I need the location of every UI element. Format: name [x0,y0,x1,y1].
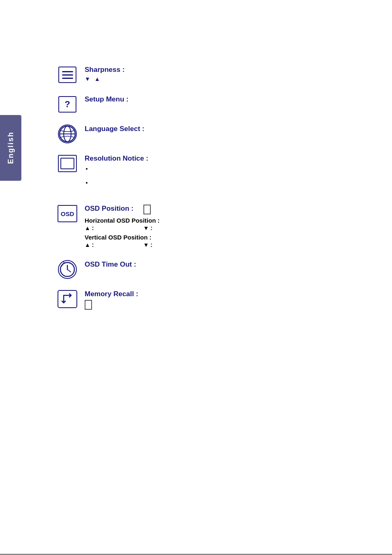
memory-recall-content: Memory Recall : [85,290,345,310]
sharpness-up-arrow[interactable]: ▲ [95,76,100,82]
horizontal-osd-controls: ▲ : ▼ : [85,225,345,231]
sharpness-item: Sharpness : ▼ ▲ [58,66,345,84]
resolution-notice-item: Resolution Notice : [58,154,345,193]
memory-recall-title: Memory Recall : [85,290,345,298]
resolution-bullet-1 [92,165,345,172]
line1 [62,71,73,72]
memory-recall-rect [85,300,92,310]
vertical-down-label: ▼ : [143,242,152,248]
sidebar: English [0,115,21,181]
vertical-up-label: ▲ : [85,242,94,248]
language-select-item: Language Select : [58,125,345,143]
horizontal-down-label: ▼ : [143,225,152,231]
sharpness-controls: ▼ ▲ [85,76,345,82]
horizontal-up-label: ▲ : [85,225,94,231]
question-icon: ? [58,96,76,113]
monitor-screen [60,158,74,169]
memory-recall-icon [58,290,77,308]
osd-timeout-icon [58,260,77,279]
language-select-icon [58,125,77,143]
language-select-title: Language Select : [85,125,345,133]
main-content: Sharpness : ▼ ▲ ? Setup Menu : [58,66,345,321]
setup-menu-title: Setup Menu : [85,95,345,104]
language-select-content: Language Select : [85,125,345,135]
resolution-notice-icon [58,154,77,173]
memory-recall-item: Memory Recall : [58,290,345,310]
vertical-osd-controls: ▲ : ▼ : [85,242,345,248]
osd-timeout-title: OSD Time Out : [85,260,345,269]
osd-position-item: OSD OSD Position : Horizontal OSD Positi… [58,205,345,249]
resolution-bullets [85,165,345,186]
osd-position-title: OSD Position : [85,205,134,213]
setup-menu-icon: ? [58,95,77,113]
setup-menu-content: Setup Menu : [85,95,345,105]
osd-position-content: OSD Position : Horizontal OSD Position :… [85,205,345,249]
osd-icon: OSD [58,205,77,222]
recall-icon [58,290,77,308]
globe-icon [58,124,77,143]
lines-icon [58,67,76,83]
vertical-osd-label: Vertical OSD Position : [85,234,345,241]
resolution-notice-content: Resolution Notice : [85,154,345,193]
osd-position-icon: OSD [58,205,77,223]
line3 [62,78,73,79]
sidebar-label: English [7,131,15,164]
osd-timeout-item: OSD Time Out : [58,260,345,279]
sharpness-icon [58,66,77,84]
clock-icon [58,260,77,279]
osd-position-rect [143,205,151,214]
horizontal-osd-label: Horizontal OSD Position : [85,217,345,224]
line2 [62,74,73,76]
monitor-icon [58,155,77,172]
sharpness-down-arrow[interactable]: ▼ [85,76,90,82]
setup-menu-item: ? Setup Menu : [58,95,345,113]
resolution-notice-title: Resolution Notice : [85,154,345,163]
resolution-bullet-2 [92,179,345,186]
sharpness-title: Sharpness : [85,66,345,74]
sharpness-content: Sharpness : ▼ ▲ [85,66,345,82]
osd-timeout-content: OSD Time Out : [85,260,345,270]
